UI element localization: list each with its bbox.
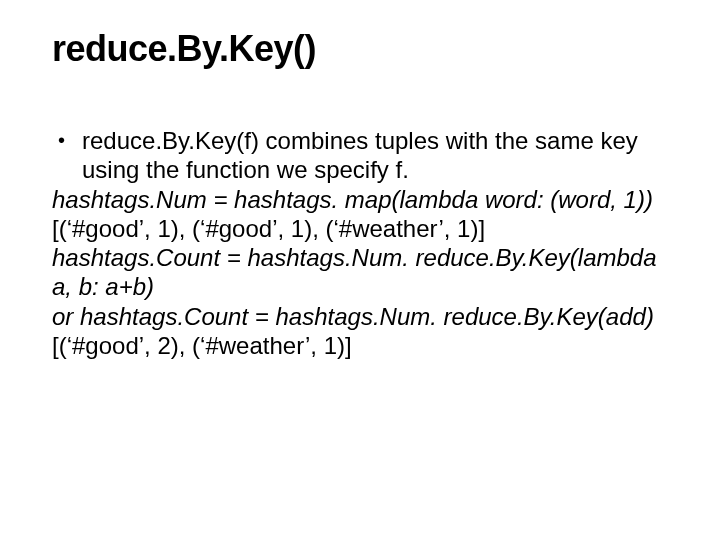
bullet-line-1: reduce.By.Key(f) combines tuples with th… [82,126,668,155]
slide-title: reduce.By.Key() [52,28,668,70]
bullet-line-2: using the function we specify f. [82,155,668,184]
slide-content: • reduce.By.Key(f) combines tuples with … [52,126,668,360]
code-line-2: [(‘#good’, 1), (‘#good’, 1), (‘#weather’… [52,214,668,243]
code-line-6: [(‘#good’, 2), (‘#weather’, 1)] [52,331,668,360]
code-line-1: hashtags.Num = hashtags. map(lambda word… [52,185,668,214]
code-line-4: a, b: a+b) [52,272,668,301]
bullet-text: reduce.By.Key(f) combines tuples with th… [82,126,668,185]
slide: reduce.By.Key() • reduce.By.Key(f) combi… [0,0,720,540]
bullet-dot-icon: • [52,126,82,185]
bullet-item: • reduce.By.Key(f) combines tuples with … [52,126,668,185]
code-line-5: or hashtags.Count = hashtags.Num. reduce… [52,302,668,331]
code-line-3: hashtags.Count = hashtags.Num. reduce.By… [52,243,668,272]
